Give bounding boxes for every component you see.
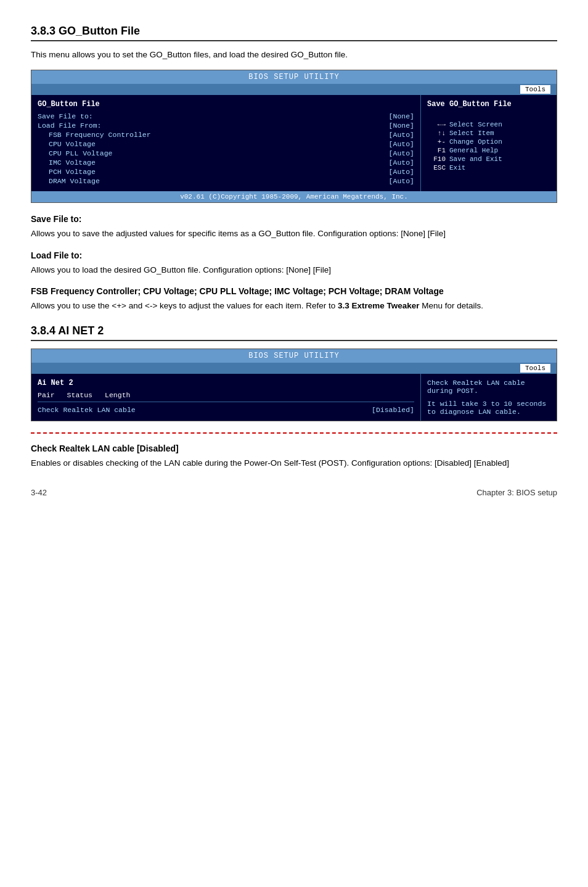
check-lan-title: Check Realtek LAN cable [Disabled]	[31, 444, 557, 453]
fsb-body-bold: 3.3 Extreme Tweaker	[338, 301, 420, 310]
bios-key-row: +-Change Option	[427, 138, 550, 146]
bios-tabs-bar-1: Tools	[31, 84, 557, 95]
bios-net-table-header: Pair Status Length	[38, 391, 414, 402]
page-footer: 3-42 Chapter 3: BIOS setup	[31, 488, 557, 497]
bios-key-row: ↑↓Select Item	[427, 130, 550, 137]
bios-item-row: Save File to:[None]	[38, 112, 414, 120]
net-item-value: [Disabled]	[372, 406, 414, 414]
bios-key-row: F1General Help	[427, 147, 550, 154]
bios-item-row: DRAM Voltage[Auto]	[38, 177, 414, 185]
bios-footer-1: v02.61 (C)Copyright 1985-2009, American …	[31, 191, 557, 202]
bios-item-value: [Auto]	[389, 177, 414, 185]
bios-net-right: Check Realtek LAN cable during POST. It …	[421, 374, 557, 421]
bios-item-row: Load File From:[None]	[38, 122, 414, 130]
bios-key-symbol: F10	[427, 155, 446, 163]
bios-key-description: Save and Exit	[449, 155, 502, 163]
bios-left-title-1: GO_Button File	[38, 100, 414, 109]
bios-item-value: [Auto]	[389, 149, 414, 157]
bios-item-label: Save File to:	[38, 112, 93, 120]
bios-item-value: [Auto]	[389, 168, 414, 176]
bios-item-value: [Auto]	[389, 131, 414, 139]
bios-tab-tools-1[interactable]: Tools	[520, 85, 550, 94]
bios-key-description: Select Item	[449, 130, 494, 137]
net-item-label: Check Realtek LAN cable	[38, 406, 136, 414]
dashed-separator	[31, 432, 557, 434]
col-length: Length	[105, 391, 130, 399]
bios-key-symbol: ↑↓	[427, 130, 446, 137]
bios-item-label: PCH Voltage	[38, 168, 96, 176]
bios-key-description: Exit	[449, 164, 465, 171]
bios-key-symbol: F1	[427, 147, 446, 154]
load-file-body: Allows you to load the desired GO_Button…	[31, 264, 557, 276]
bios-item-row: CPU PLL Voltage[Auto]	[38, 149, 414, 157]
bios-key-row: ←→Select Screen	[427, 121, 550, 128]
footer-left: 3-42	[31, 488, 47, 497]
bios-tab-tools-2[interactable]: Tools	[520, 364, 550, 373]
bios-item-label: CPU Voltage	[38, 140, 96, 148]
bios-key-description: Select Screen	[449, 121, 502, 128]
bios-item-value: [None]	[389, 112, 414, 120]
section-383-title: 3.8.3 GO_Button File	[31, 25, 557, 41]
bios-item-label: Load File From:	[38, 122, 102, 130]
bios-key-symbol: ESC	[427, 164, 446, 171]
fsb-title: FSB Frequency Controller; CPU Voltage; C…	[31, 286, 557, 296]
bios-box-1: BIOS SETUP UTILITY Tools GO_Button File …	[31, 70, 557, 203]
bios-item-value: [None]	[389, 122, 414, 130]
bios-item-label: IMC Voltage	[38, 159, 96, 167]
fsb-body-text3: Menu for details.	[422, 301, 483, 310]
bios-box-2: BIOS SETUP UTILITY Tools Ai Net 2 Pair S…	[31, 349, 557, 421]
footer-right: Chapter 3: BIOS setup	[476, 488, 557, 497]
bios-item-label: FSB Frequency Controller	[38, 131, 151, 139]
net-right-desc1: Check Realtek LAN cable during POST.	[427, 379, 550, 395]
save-file-title: Save File to:	[31, 214, 557, 224]
bios-item-label: DRAM Voltage	[38, 177, 100, 185]
bios-net-left: Ai Net 2 Pair Status Length Check Realte…	[31, 374, 421, 421]
fsb-body: Allows you to use the <+> and <-> keys t…	[31, 300, 557, 312]
save-file-body: Allows you to save the adjusted values f…	[31, 228, 557, 240]
bios-key-description: General Help	[449, 147, 498, 154]
col-status: Status	[67, 391, 92, 399]
load-file-title: Load File to:	[31, 250, 557, 260]
bios-key-description: Change Option	[449, 138, 502, 146]
col-pair: Pair	[38, 391, 55, 399]
bios-key-row: ESCExit	[427, 164, 550, 171]
bios-item-row: FSB Frequency Controller[Auto]	[38, 131, 414, 139]
bios-item-label: CPU PLL Voltage	[38, 149, 113, 157]
bios-item-value: [Auto]	[389, 159, 414, 167]
bios-net-item-row: Check Realtek LAN cable [Disabled]	[38, 406, 414, 414]
bios-item-row: IMC Voltage[Auto]	[38, 159, 414, 167]
bios-item-row: CPU Voltage[Auto]	[38, 140, 414, 148]
bios-left-panel-1: GO_Button File Save File to:[None]Load F…	[31, 95, 421, 191]
net-right-desc2: It will take 3 to 10 seconds to diagnose…	[427, 400, 550, 416]
section-384-title: 3.8.4 AI NET 2	[31, 324, 557, 341]
section-383-intro: This menu allows you to set the GO_Butto…	[31, 49, 557, 61]
bios-key-symbol: +-	[427, 138, 446, 146]
bios-header-1: BIOS SETUP UTILITY	[31, 70, 557, 84]
bios-item-value: [Auto]	[389, 140, 414, 148]
bios-body-1: GO_Button File Save File to:[None]Load F…	[31, 95, 557, 191]
check-lan-body: Enables or disables checking of the LAN …	[31, 457, 557, 469]
bios-key-symbol: ←→	[427, 121, 446, 128]
bios-keys-1: ←→Select Screen↑↓Select Item+-Change Opt…	[427, 121, 550, 171]
bios-header-2: BIOS SETUP UTILITY	[31, 349, 557, 363]
bios-tabs-bar-2: Tools	[31, 363, 557, 374]
bios-net-left-title: Ai Net 2	[38, 379, 414, 387]
bios-key-row: F10Save and Exit	[427, 155, 550, 163]
bios-right-panel-1: Save GO_Button File ←→Select Screen↑↓Sel…	[421, 95, 557, 191]
fsb-body-text1: Allows you to use the <+> and <-> keys t…	[31, 301, 335, 310]
bios-net-body: Ai Net 2 Pair Status Length Check Realte…	[31, 374, 557, 421]
bios-right-title-1: Save GO_Button File	[427, 100, 550, 109]
bios-item-row: PCH Voltage[Auto]	[38, 168, 414, 176]
